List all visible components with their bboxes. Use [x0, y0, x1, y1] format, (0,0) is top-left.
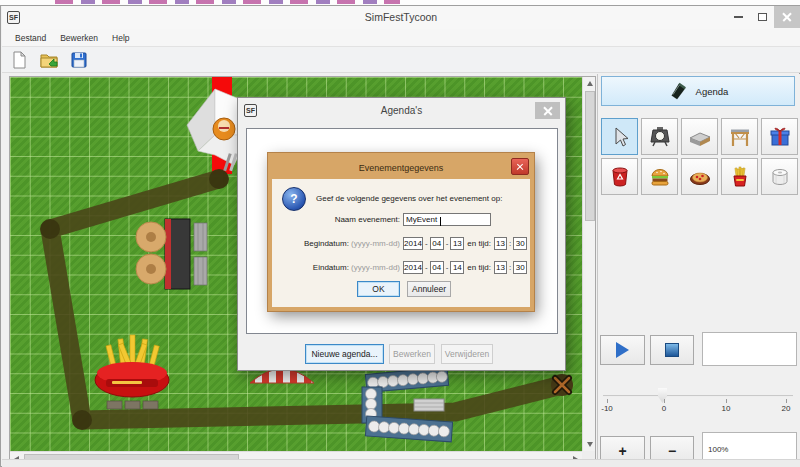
start-hour-input[interactable]: [494, 237, 507, 250]
end-minute-input[interactable]: [513, 261, 527, 274]
tool-toilet-roll-button[interactable]: [761, 158, 798, 195]
side-panel: Agenda: [597, 74, 800, 465]
tick-mark: [786, 399, 787, 403]
close-icon: [782, 12, 793, 23]
tool-spotlight-button[interactable]: [641, 118, 678, 155]
vertical-scroll-thumb[interactable]: [585, 91, 595, 221]
date-format-hint: (yyyy-mm-dd): [351, 263, 400, 272]
question-icon: ?: [282, 187, 306, 211]
date-format-hint: (yyyy-mm-dd): [351, 239, 400, 248]
end-year-input[interactable]: [403, 261, 423, 274]
end-hour-input[interactable]: [494, 261, 507, 274]
event-name-input[interactable]: [403, 213, 491, 226]
scroll-up-icon[interactable]: [583, 77, 596, 90]
time-label: en tijd:: [464, 239, 494, 248]
start-day-input[interactable]: [450, 237, 464, 250]
pizza-icon: [688, 165, 712, 189]
end-date-label: Eindatum: (yyyy-mm-dd): [272, 263, 400, 272]
gift-icon: [768, 125, 792, 149]
tick-mark: [726, 399, 727, 403]
event-dialog-body: ? Geef de volgende gegevens over het eve…: [272, 179, 530, 307]
trash-bin-icon: [608, 165, 632, 189]
window-title: SimFestTycoon: [2, 6, 800, 29]
tool-hamburger-button[interactable]: [641, 158, 678, 195]
menu-bestand[interactable]: Bestand: [8, 31, 53, 45]
stop-icon: [665, 343, 679, 357]
tick-label: 10: [716, 404, 736, 413]
start-minute-input[interactable]: [513, 237, 527, 250]
name-label: Naam evenement:: [272, 215, 400, 224]
new-document-icon: [9, 50, 29, 70]
speed-slider-thumb[interactable]: [658, 388, 667, 403]
new-document-button[interactable]: [8, 49, 30, 71]
agenda-book-icon: [668, 81, 688, 101]
stop-button[interactable]: [650, 335, 694, 365]
toilet-roll-icon: [768, 165, 792, 189]
end-month-input[interactable]: [430, 261, 444, 274]
tick-mark: [607, 399, 608, 403]
menu-bewerken[interactable]: Bewerken: [53, 31, 105, 45]
tool-truss-gate-button[interactable]: [721, 118, 758, 155]
window-bottom-strip: [2, 459, 800, 467]
menu-help[interactable]: Help: [105, 31, 136, 45]
dash-separator: -: [423, 239, 430, 248]
event-dialog-title: Evenementgegevens: [272, 157, 530, 179]
dash-separator: -: [444, 239, 451, 248]
event-dialog-close-button[interactable]: [511, 158, 529, 175]
play-button[interactable]: [600, 335, 645, 365]
scroll-down-icon[interactable]: [583, 438, 596, 451]
play-icon: [616, 342, 629, 358]
start-date-label: Begindatum: (yyyy-mm-dd): [272, 239, 400, 248]
speed-slider-track[interactable]: [603, 395, 793, 397]
circus-tent-top[interactable]: [250, 369, 314, 383]
tool-stage-button[interactable]: [681, 118, 718, 155]
hamburger-icon: [648, 165, 672, 189]
maximize-icon: [758, 13, 767, 21]
close-icon: [515, 161, 526, 172]
new-agenda-button[interactable]: Nieuwe agenda...: [305, 344, 384, 364]
burger-stand[interactable]: [136, 219, 207, 289]
tick-mark: [664, 399, 665, 403]
spotlight-icon: [648, 125, 672, 149]
toolbar: [2, 47, 800, 73]
start-month-input[interactable]: [430, 237, 444, 250]
cursor-icon: [608, 125, 632, 149]
event-data-dialog: Evenementgegevens ? Geef de volgende geg…: [268, 153, 534, 311]
dash-separator: -: [444, 263, 451, 272]
save-button[interactable]: [68, 49, 90, 71]
agendas-dialog-title: Agenda's: [238, 98, 565, 124]
cancel-button[interactable]: Annuleer: [407, 281, 451, 297]
maximize-button[interactable]: [750, 6, 774, 28]
delete-agenda-button: Verwijderen: [441, 344, 493, 364]
tick-label: -10: [597, 404, 617, 413]
start-year-input[interactable]: [403, 237, 423, 250]
tick-label: 20: [776, 404, 796, 413]
tool-trash-bin-button[interactable]: [601, 158, 638, 195]
truss-gate-icon: [728, 125, 752, 149]
x-marker[interactable]: [551, 374, 573, 396]
tool-fries-button[interactable]: [721, 158, 758, 195]
end-day-input[interactable]: [450, 261, 464, 274]
simulation-time-display: [702, 332, 797, 366]
titlebar: SF SimFestTycoon: [2, 6, 800, 29]
ok-button[interactable]: OK: [357, 281, 400, 297]
minimize-button[interactable]: [726, 6, 750, 28]
tick-label: 0: [654, 404, 674, 413]
event-dialog-titlebar: Evenementgegevens: [272, 157, 530, 179]
fries-stand[interactable]: [95, 335, 169, 409]
background-window-text-fragments: [55, 0, 400, 4]
minimize-icon: [734, 16, 743, 18]
agendas-dialog-close-button[interactable]: [535, 102, 560, 119]
stage-icon: [688, 125, 712, 149]
agenda-button[interactable]: Agenda: [601, 76, 795, 106]
save-icon: [69, 50, 89, 70]
close-button[interactable]: [774, 6, 800, 28]
open-button[interactable]: [38, 49, 60, 71]
tool-gift-button[interactable]: [761, 118, 798, 155]
tool-pizza-button[interactable]: [681, 158, 718, 195]
map-vertical-scrollbar[interactable]: [582, 77, 595, 451]
fries-icon: [728, 165, 752, 189]
close-icon: [542, 105, 553, 116]
text-caret: [440, 217, 441, 226]
tool-select-button[interactable]: [601, 118, 638, 155]
